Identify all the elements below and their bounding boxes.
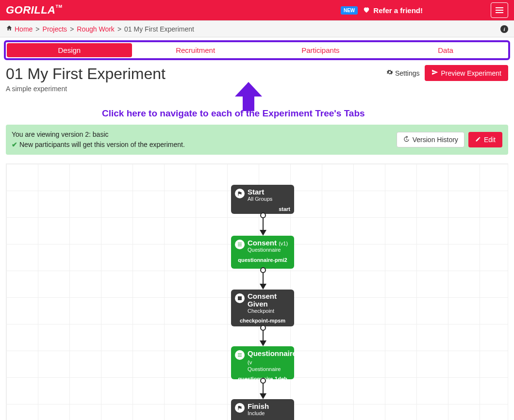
node-consent[interactable]: Consent (v1) Questionnaire questionnaire…: [231, 236, 294, 269]
refer-label: Refer a friend!: [373, 6, 423, 15]
node-consent-ver: (v1): [279, 241, 288, 246]
info-icon[interactable]: i: [500, 25, 508, 33]
node-finish-title: Finish: [248, 402, 269, 410]
node-start-slug: start: [235, 206, 290, 212]
refer-friend-link[interactable]: Refer a friend!: [363, 6, 423, 15]
node-questionnaire[interactable]: Questionnaire (v Questionnaire questionn…: [231, 346, 294, 379]
checkbox-icon: [235, 293, 245, 303]
list-icon: [235, 350, 245, 360]
brand-text: GORILLA: [6, 4, 56, 16]
annotation-text: Click here to navigate to each of the Ex…: [102, 108, 365, 119]
list-icon: [235, 240, 245, 249]
arrowhead-icon: [260, 284, 266, 290]
title-row: 01 My First Experiment Settings Preview …: [0, 60, 514, 83]
node-finish-sub: Include: [248, 410, 269, 417]
menu-button[interactable]: [491, 2, 508, 18]
node-questionnaire-title: Questionnaire: [248, 349, 297, 357]
annotation: Click here to navigate to each of the Ex…: [0, 97, 514, 125]
heart-icon: [363, 6, 370, 15]
node-questionnaire-ver: (v: [248, 359, 252, 365]
node-consent-title: Consent: [248, 239, 277, 247]
settings-link[interactable]: Settings: [386, 69, 420, 77]
topbar: GORILLA TM NEW Refer a friend!: [0, 0, 514, 20]
node-start[interactable]: Start All Groups start: [231, 185, 294, 214]
preview-label: Preview Experiment: [441, 69, 502, 77]
connector: [263, 384, 264, 393]
breadcrumb-home[interactable]: Home: [15, 25, 33, 33]
breadcrumb-folder[interactable]: Rough Work: [77, 25, 115, 33]
version-history-button[interactable]: Version History: [397, 132, 464, 147]
node-consent-slug: questionnaire-pmi2: [235, 257, 290, 263]
node-consent-given[interactable]: Consent Given Checkpoint checkpoint-mpsm: [231, 290, 294, 326]
connector: [263, 218, 264, 230]
node-consent-given-sub: Checkpoint: [248, 308, 290, 314]
port[interactable]: [260, 325, 266, 331]
version-history-label: Version History: [413, 136, 458, 144]
breadcrumb: Home > Projects > Rough Work > 01 My Fir…: [0, 20, 514, 37]
page-title: 01 My First Experiment: [6, 65, 166, 83]
settings-label: Settings: [395, 69, 420, 77]
node-consent-given-title: Consent Given: [248, 292, 290, 308]
tab-recruitment[interactable]: Recruitment: [133, 42, 258, 58]
connector: [263, 273, 264, 284]
arrowhead-icon: [260, 230, 266, 236]
paper-plane-icon: [431, 69, 438, 77]
gear-icon: [386, 69, 393, 77]
arrowhead-icon: [260, 393, 266, 399]
home-icon: [6, 25, 13, 33]
experiment-canvas[interactable]: Start All Groups start Consent (v1) Ques…: [6, 163, 508, 420]
node-questionnaire-sub: Questionnaire: [248, 366, 297, 372]
tab-participants[interactable]: Participants: [258, 42, 383, 58]
arrowhead-icon: [260, 340, 266, 346]
flag-icon: [235, 403, 245, 413]
version-banner: You are viewing version 2: basic ✔New pa…: [6, 125, 508, 155]
brand-logo[interactable]: GORILLA TM: [6, 4, 56, 16]
tab-row: Design Recruitment Participants Data: [4, 40, 510, 60]
check-icon: ✔: [12, 141, 17, 148]
tab-design[interactable]: Design: [7, 43, 132, 57]
preview-experiment-button[interactable]: Preview Experiment: [425, 65, 509, 81]
node-start-title: Start: [248, 188, 272, 196]
edit-button[interactable]: Edit: [468, 132, 502, 147]
port[interactable]: [260, 267, 266, 273]
port[interactable]: [260, 378, 266, 384]
edit-label: Edit: [484, 136, 496, 144]
brand-tm: TM: [56, 4, 63, 9]
breadcrumb-projects[interactable]: Projects: [43, 25, 67, 33]
port[interactable]: [260, 212, 266, 218]
new-badge: NEW: [341, 6, 358, 15]
hamburger-icon: [496, 7, 503, 13]
pencil-icon: [475, 136, 481, 144]
version-line2: New participants will get this version o…: [19, 141, 185, 148]
breadcrumb-current: 01 My First Experiment: [124, 25, 194, 33]
node-finish[interactable]: Finish Include finish: [231, 399, 294, 420]
node-consent-sub: Questionnaire: [248, 247, 288, 253]
node-consent-given-slug: checkpoint-mpsm: [235, 318, 290, 323]
history-icon: [403, 136, 410, 144]
connector: [263, 331, 264, 340]
version-line1: You are viewing version 2: basic: [12, 129, 185, 140]
flag-icon: [235, 189, 245, 198]
node-start-sub: All Groups: [248, 196, 272, 202]
tab-data[interactable]: Data: [383, 42, 508, 58]
